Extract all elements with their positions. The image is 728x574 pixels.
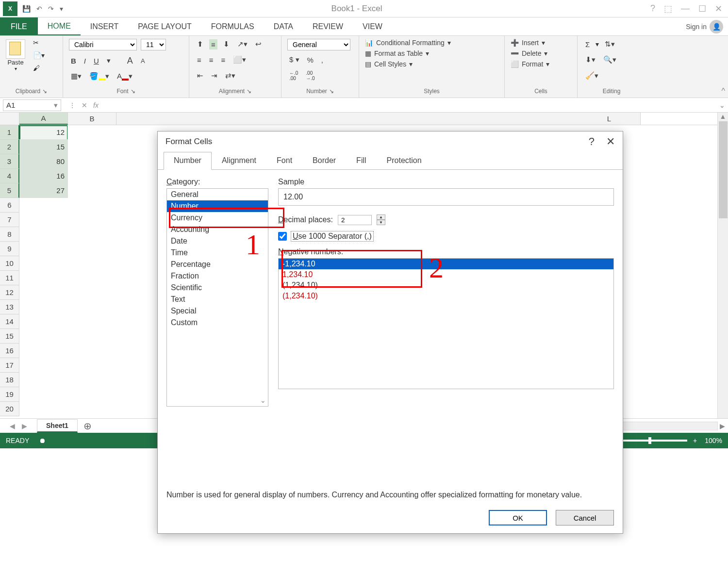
cell-a5[interactable]: 27 [19,183,68,198]
dialog-tab-protection[interactable]: Protection [377,152,432,169]
dialog-launcher-icon[interactable]: ↘ [131,88,135,95]
negative-item-2[interactable]: (1,234.10) [279,280,613,291]
fill-color-button[interactable]: 🪣▾ [87,71,111,82]
name-box[interactable]: A1▾ [3,99,61,111]
category-item-currency[interactable]: Currency [167,212,268,224]
align-left-icon[interactable]: ≡ [195,55,203,65]
format-cells-button[interactable]: ⬜ Format ▾ [511,60,571,68]
shrink-font-button[interactable]: A [139,56,147,66]
help-icon[interactable]: ? [650,3,655,14]
sheet-tab-sheet1[interactable]: Sheet1 [37,419,78,433]
bold-button[interactable]: B [69,56,78,66]
thousand-separator-checkbox[interactable] [278,232,287,241]
align-bottom-icon[interactable]: ⬇ [221,39,232,49]
orientation-icon[interactable]: ↗▾ [235,39,249,49]
collapse-ribbon-icon[interactable]: ^ [721,87,725,96]
zoom-in-icon[interactable]: + [693,437,697,444]
currency-button[interactable]: $ ▾ [287,54,301,65]
qat-dropdown-icon[interactable]: ▾ [60,5,63,13]
fx-icon[interactable]: fx [93,101,99,109]
column-header-a[interactable]: A [19,113,68,125]
sign-in[interactable]: Sign in 👤 [686,20,723,33]
decimal-spinner-up-icon[interactable]: ▲ [377,214,385,220]
rtl-icon[interactable]: ⇄▾ [223,70,237,81]
dialog-launcher-icon[interactable]: ↘ [247,88,251,95]
ribbon-options-icon[interactable]: ⬚ [664,3,672,14]
save-icon[interactable]: 💾 [22,5,31,13]
row-header-1[interactable]: 1 [0,125,19,140]
cell-styles-button[interactable]: ▤ Cell Styles ▾ [365,60,498,68]
expand-formula-bar-icon[interactable]: ⌄ [719,101,725,109]
fill-button[interactable]: ⬇▾ [583,54,597,65]
tab-review[interactable]: REVIEW [303,17,353,35]
fb-enter-icon[interactable]: ✕ [82,101,87,109]
find-button[interactable]: 🔍▾ [601,54,618,65]
sort-filter-button[interactable]: ⇅▾ [603,39,617,49]
column-header-l[interactable]: L [116,113,641,125]
category-item-percentage[interactable]: Percentage [167,259,268,270]
dialog-launcher-icon[interactable]: ↘ [42,88,47,95]
select-all-corner[interactable] [0,113,19,125]
dialog-help-icon[interactable]: ? [589,135,595,148]
underline-button[interactable]: U [92,56,101,66]
row-header-6[interactable]: 6 [0,198,19,213]
format-as-table-button[interactable]: ▦ Format as Table ▾ [365,49,498,57]
row-header-8[interactable]: 8 [0,227,19,242]
cut-icon[interactable]: ✂ [33,39,45,47]
increase-decimal-icon[interactable]: ←.0.00 [287,69,300,82]
decimal-spinner-down-icon[interactable]: ▼ [377,220,385,225]
copy-icon[interactable]: 📄▾ [33,51,45,59]
dialog-tab-alignment[interactable]: Alignment [212,152,266,169]
insert-cells-button[interactable]: ➕ Insert ▾ [511,39,571,47]
zoom-level[interactable]: 100% [705,437,722,444]
category-item-date[interactable]: Date [167,235,268,247]
font-size-select[interactable]: 11 [141,39,166,50]
maximize-icon[interactable]: ☐ [698,3,706,14]
category-item-custom[interactable]: Custom [167,317,268,328]
paste-dropdown-icon[interactable]: ▾ [15,66,17,71]
increase-indent-icon[interactable]: ⇥ [209,70,219,81]
close-icon[interactable]: ✕ [715,3,722,14]
sheet-nav-prev-icon[interactable]: ◀ [10,422,15,430]
number-format-select[interactable]: General [287,39,350,50]
dialog-tab-font[interactable]: Font [266,152,302,169]
row-header-15[interactable]: 15 [0,329,19,344]
row-header-13[interactable]: 13 [0,300,19,314]
row-header-20[interactable]: 20 [0,402,19,416]
category-item-text[interactable]: Text [167,294,268,305]
fb-cancel-icon[interactable]: ⋮ [69,101,76,109]
category-item-scientific[interactable]: Scientific [167,282,268,294]
align-center-icon[interactable]: ≡ [207,55,215,65]
cell-a4[interactable]: 16 [19,169,68,183]
merge-icon[interactable]: ⬜▾ [231,54,248,65]
negative-item-0[interactable]: -1,234.10 [279,259,613,269]
ok-button[interactable]: OK [489,510,547,525]
tab-insert[interactable]: INSERT [81,17,128,35]
row-header-2[interactable]: 2 [0,140,19,154]
negative-numbers-list[interactable]: -1,234.10 1,234.10 (1,234.10) (1,234.10) [278,258,614,389]
dialog-close-icon[interactable]: ✕ [606,135,615,148]
dialog-launcher-icon[interactable]: ↘ [329,88,334,95]
add-sheet-button[interactable]: ⊕ [83,420,92,432]
delete-cells-button[interactable]: ➖ Delete ▾ [511,49,571,57]
row-header-3[interactable]: 3 [0,154,19,169]
redo-icon[interactable]: ↷ [48,5,54,13]
font-color-button[interactable]: A▾ [115,71,134,82]
autosum-button[interactable]: Σ [583,39,592,49]
row-header-18[interactable]: 18 [0,373,19,387]
italic-button[interactable]: I [82,56,88,66]
underline-dropdown-icon[interactable]: ▾ [105,55,113,66]
cell-a3[interactable]: 80 [19,154,68,169]
cancel-button[interactable]: Cancel [556,510,614,525]
undo-icon[interactable]: ↶ [36,5,42,13]
row-header-10[interactable]: 10 [0,256,19,271]
category-scroll-down-icon[interactable]: ⌄ [260,396,266,404]
row-header-12[interactable]: 12 [0,285,19,300]
column-header-b[interactable]: B [68,113,116,125]
row-header-4[interactable]: 4 [0,169,19,183]
align-right-icon[interactable]: ≡ [219,55,228,65]
row-header-9[interactable]: 9 [0,242,19,256]
paste-icon[interactable] [6,39,25,59]
grow-font-button[interactable]: A [125,55,135,67]
category-item-accounting[interactable]: Accounting [167,224,268,235]
